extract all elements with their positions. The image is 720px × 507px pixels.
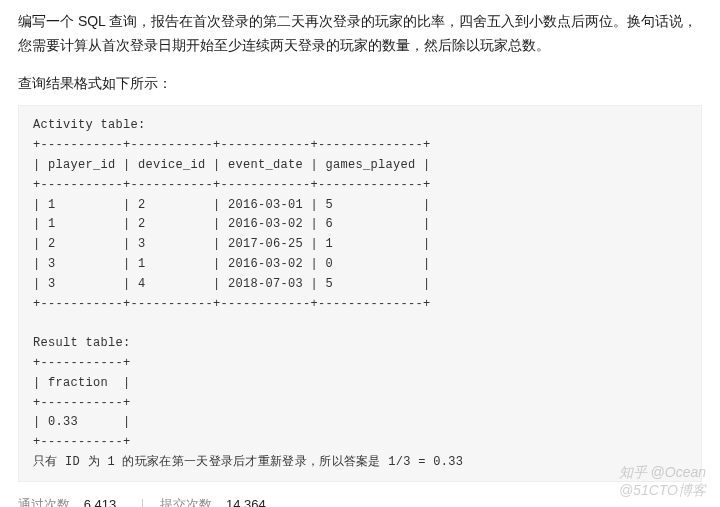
stats-bar: 通过次数 6,413 提交次数 14,364 bbox=[18, 482, 702, 507]
pass-count-label: 通过次数 bbox=[18, 497, 70, 507]
stats-divider bbox=[142, 499, 143, 507]
pass-count: 通过次数 6,413 bbox=[18, 494, 116, 507]
pass-count-value: 6,413 bbox=[84, 497, 117, 507]
example-code-block: Activity table: +-----------+-----------… bbox=[18, 105, 702, 481]
problem-description: 编写一个 SQL 查询，报告在首次登录的第二天再次登录的玩家的比率，四舍五入到小… bbox=[18, 10, 702, 58]
result-format-label: 查询结果格式如下所示： bbox=[18, 72, 702, 96]
submit-count: 提交次数 14,364 bbox=[160, 494, 265, 507]
submit-count-value: 14,364 bbox=[226, 497, 266, 507]
submit-count-label: 提交次数 bbox=[160, 497, 212, 507]
